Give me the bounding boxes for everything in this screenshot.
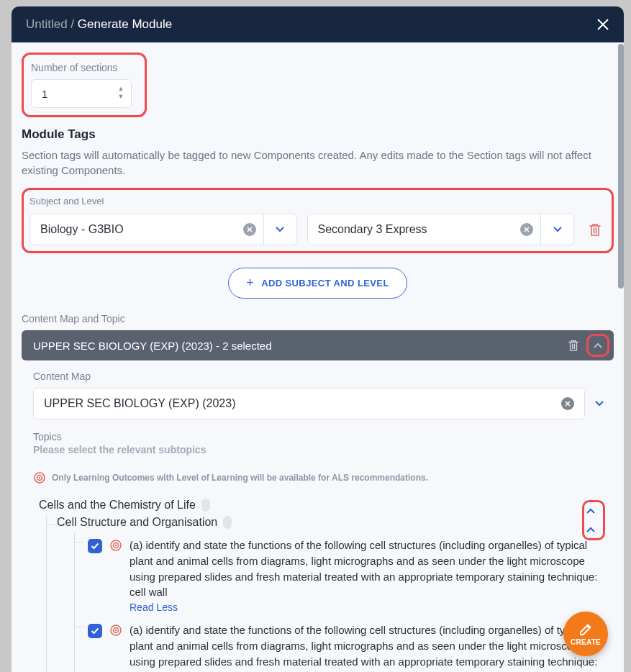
lo-checkbox[interactable] [88,539,102,553]
topics-help: Please select the relevant subtopics [33,444,614,455]
svg-point-5 [115,545,117,546]
close-button[interactable] [596,18,609,31]
content-map-clear-button[interactable] [561,397,574,410]
delete-subject-level-button[interactable] [584,219,606,240]
add-subject-level-label: ADD SUBJECT AND LEVEL [261,278,389,289]
target-icon [109,539,122,614]
subject-clear-button[interactable] [243,223,256,236]
chevron-up-icon [593,342,603,349]
modal-body: Number of sections ▲ ▼ Module Tags Secti… [12,42,624,672]
content-map-topic-label: Content Map and Topic [22,313,614,324]
chevron-up-icon [586,507,596,514]
breadcrumb-page: Generate Module [78,17,172,31]
content-map-sublabel: Content Map [33,371,614,382]
subject-level-highlight: Subject and Level Biology - G3BIO [22,188,614,253]
count-pill [223,516,232,529]
breadcrumb: Untitled / Generate Module [26,17,172,32]
svg-point-8 [115,630,117,631]
pencil-icon [578,622,594,637]
subject-value: Biology - G3BIO [40,223,124,236]
content-map-dropdown-toggle[interactable] [585,400,614,407]
close-icon [596,18,609,31]
check-icon [91,627,99,635]
tree-node-label: Cells and the Chemistry of Life [39,499,196,512]
plus-icon: + [246,276,254,291]
level-value: Secondary 3 Express [318,223,427,236]
lo-text: (a) identify and state the functions of … [130,622,608,672]
topic-tree: Cells and the Chemistry of Life [33,494,614,672]
target-icon [33,471,46,484]
modal-header: Untitled / Generate Module [12,6,624,42]
count-pill [201,499,210,512]
num-sections-step-up[interactable]: ▲ [116,85,126,92]
level-select[interactable]: Secondary 3 Express [307,214,575,245]
content-map-selected-value: UPPER SEC BIOLOGY (EXP) (2023) [44,397,235,410]
generate-module-modal: Untitled / Generate Module Number of sec… [12,6,624,672]
content-map-collapse-highlight [586,334,609,357]
target-icon [109,624,122,672]
topics-label: Topics [33,431,614,442]
content-map-bar[interactable]: UPPER SEC BIOLOGY (EXP) (2023) - 2 selec… [22,330,614,360]
content-map-delete-button[interactable] [565,336,582,355]
level-dropdown-toggle[interactable] [541,214,574,245]
chevron-down-icon [553,226,563,233]
subject-select[interactable]: Biology - G3BIO [29,214,297,245]
content-map-collapse-button[interactable] [593,342,603,349]
module-tags-help: Section tags will automatically be tagge… [22,147,614,178]
check-icon [91,542,99,550]
tree-node-label: Cell Structure and Organisation [57,516,217,529]
als-note: Only Learning Outcomes with Level of Lea… [33,471,614,484]
add-subject-level-button[interactable]: + ADD SUBJECT AND LEVEL [228,268,407,299]
chevron-down-icon [275,226,285,233]
trash-icon [589,222,602,237]
learning-outcome-row: (a) identify and state the functions of … [85,533,608,618]
als-note-text: Only Learning Outcomes with Level of Lea… [52,473,428,483]
clear-icon [247,227,253,232]
trash-icon [568,339,579,352]
chevron-down-icon [594,400,604,407]
create-label: CREATE [571,638,601,646]
svg-point-2 [39,477,40,478]
subject-level-label: Subject and Level [29,196,606,206]
clear-icon [565,401,571,407]
num-sections-highlight: Number of sections ▲ ▼ [22,53,147,117]
tree-node-root[interactable]: Cells and the Chemistry of Life [39,499,608,512]
breadcrumb-root: Untitled [26,17,68,31]
lo-checkbox[interactable] [88,624,102,638]
num-sections-step-down[interactable]: ▼ [116,93,126,100]
content-map-select[interactable]: UPPER SEC BIOLOGY (EXP) (2023) [33,388,585,419]
read-less-link[interactable]: Read Less [130,601,178,613]
create-button[interactable]: CREATE [563,612,608,656]
clear-icon [524,227,530,232]
num-sections-label: Number of sections [31,62,132,73]
tree-node-child[interactable]: Cell Structure and Organisation [57,516,608,529]
learning-outcome-row: (a) identify and state the functions of … [85,618,608,672]
content-map-bar-text: UPPER SEC BIOLOGY (EXP) (2023) - 2 selec… [33,340,272,352]
level-clear-button[interactable] [520,223,533,236]
module-tags-heading: Module Tags [22,127,614,142]
subject-dropdown-toggle[interactable] [264,214,297,245]
lo-text: (a) identify and state the functions of … [130,537,608,600]
